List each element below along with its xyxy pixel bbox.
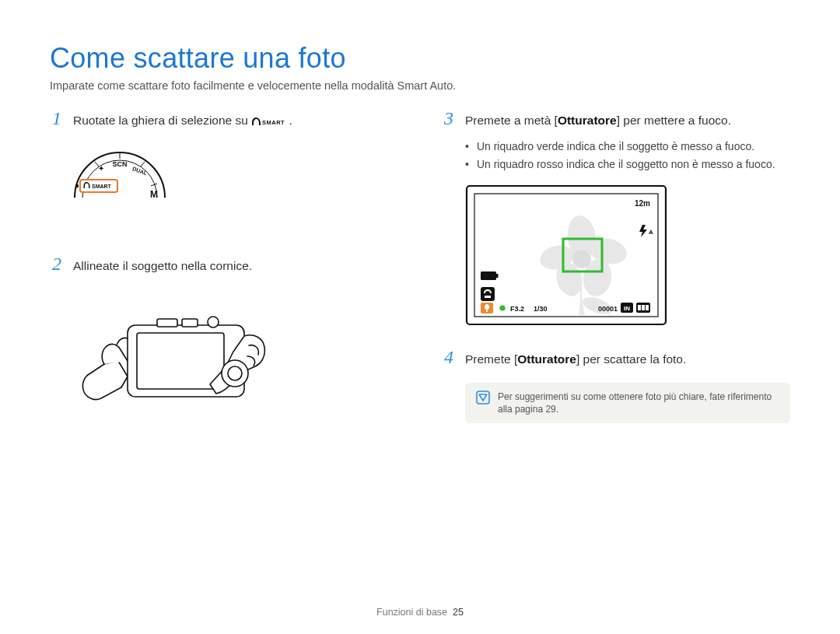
step-number: 1	[50, 109, 64, 128]
two-column-layout: 1 Ruotate la ghiera di selezione su SMAR…	[50, 109, 790, 443]
aperture-value: F3.2	[510, 305, 524, 313]
svg-point-16	[75, 184, 79, 187]
svg-rect-39	[481, 287, 495, 301]
svg-rect-45	[642, 305, 645, 310]
ois-icon	[481, 287, 495, 301]
step-4: 4 Premete [Otturatore] per scattare la f…	[442, 348, 790, 368]
page-subtitle: Imparate come scattare foto facilmente e…	[50, 79, 790, 92]
svg-text:SCN: SCN	[112, 160, 127, 168]
svg-rect-21	[157, 319, 177, 327]
svg-rect-37	[481, 271, 496, 280]
step-3-bullets: •Un riquadro verde indica che il soggett…	[465, 138, 790, 172]
right-column: 3 Premete a metà [Otturatore] per metter…	[442, 109, 790, 443]
svg-text:A: A	[134, 220, 141, 231]
left-column: 1 Ruotate la ghiera di selezione su SMAR…	[50, 109, 398, 443]
macro-icon	[481, 303, 493, 313]
svg-text:A: A	[649, 229, 653, 236]
step-number: 4	[442, 348, 456, 366]
step-text: Premete [Otturatore] per scattare la fot…	[465, 351, 686, 368]
tip-note: Per suggerimenti su come ottenere foto p…	[465, 383, 790, 423]
svg-text:P: P	[117, 226, 123, 233]
svg-text:S: S	[148, 206, 154, 217]
svg-rect-20	[137, 333, 224, 389]
svg-text:SMART: SMART	[92, 184, 112, 189]
svg-text:IN: IN	[624, 305, 630, 312]
resolution-indicator: 12m	[635, 199, 650, 208]
camera-screen-illustration: 12m A	[465, 184, 790, 329]
note-text: Per suggerimenti su come ottenere foto p…	[498, 391, 779, 415]
svg-rect-46	[646, 305, 649, 310]
focus-ok-indicator	[499, 305, 505, 310]
step-3: 3 Premete a metà [Otturatore] per metter…	[442, 109, 790, 129]
bullet-item: •Un riquadro verde indica che il soggett…	[465, 138, 790, 154]
svg-rect-38	[496, 274, 499, 278]
step-text: Allineate il soggetto nella cornice.	[73, 257, 252, 275]
svg-rect-22	[182, 319, 198, 327]
svg-text:✦: ✦	[98, 164, 104, 173]
svg-text:M: M	[150, 189, 158, 200]
svg-point-25	[228, 366, 242, 380]
svg-point-33	[572, 250, 591, 268]
step-2: 2 Allineate il soggetto nella cornice.	[50, 254, 398, 275]
bullet-item: •Un riquadro rosso indica che il soggett…	[465, 156, 790, 172]
svg-text:SMART: SMART	[262, 119, 285, 126]
svg-rect-44	[638, 305, 641, 310]
hold-camera-illustration	[73, 289, 398, 425]
shutter-value: 1/30	[534, 305, 548, 313]
step-text: Ruotate la ghiera di selezione su SMART …	[73, 112, 292, 129]
step-1: 1 Ruotate la ghiera di selezione su SMAR…	[50, 109, 398, 129]
step-number: 3	[442, 109, 456, 128]
media-in-icon: IN	[621, 303, 633, 313]
storage-icon	[636, 303, 650, 313]
svg-rect-47	[477, 391, 489, 404]
shots-remaining: 00001	[598, 305, 618, 313]
page-footer: Funzioni di base 25	[0, 607, 840, 618]
mode-dial-illustration: SCN ✦ DUAL M S A P SMART	[73, 143, 398, 236]
step-text: Premete a metà [Otturatore] per mettere …	[465, 112, 731, 129]
svg-point-23	[208, 317, 219, 328]
step-number: 2	[50, 254, 64, 273]
page-content: Come scattare una foto Imparate come sca…	[0, 0, 840, 443]
page-title: Come scattare una foto	[50, 42, 790, 75]
battery-icon	[481, 271, 499, 280]
smart-mode-icon: SMART	[251, 116, 285, 127]
note-icon	[476, 391, 490, 405]
